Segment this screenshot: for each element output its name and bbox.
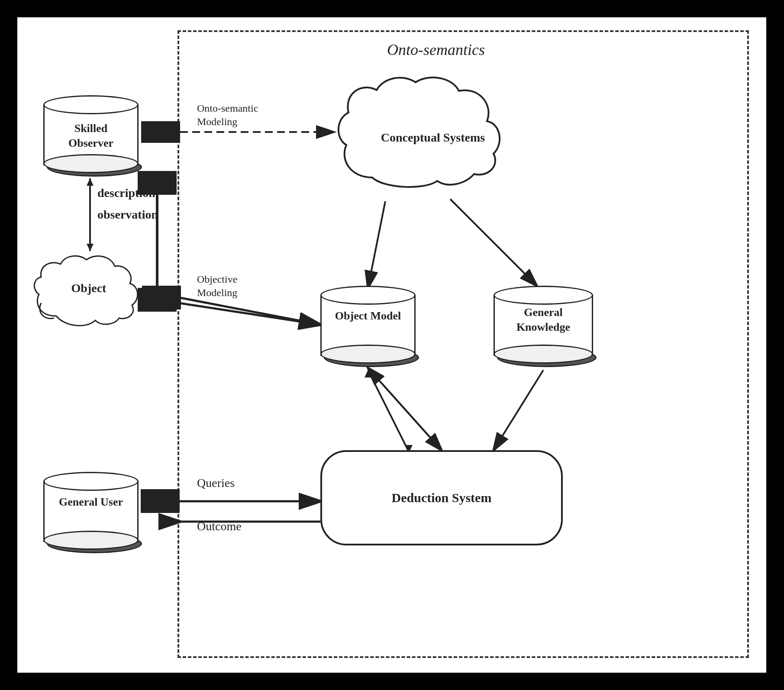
general-user-node: General User (43, 472, 139, 550)
conceptual-systems-label: Conceptual Systems (333, 130, 532, 145)
onto-semantics-label: Onto-semantics (387, 41, 485, 59)
queries-label: Queries (197, 476, 235, 490)
onto-semantic-modeling-label: Onto-semanticModeling (197, 102, 258, 129)
general-knowledge-node: GeneralKnowledge (494, 286, 593, 364)
object-node: Object (30, 251, 147, 338)
svg-rect-6 (142, 286, 181, 310)
deduction-system-label: Deduction System (392, 490, 492, 505)
main-canvas: Onto-semantics (17, 17, 766, 673)
cylinder-bottom (43, 154, 139, 173)
svg-marker-18 (87, 178, 94, 186)
object-label: Object (30, 281, 147, 295)
conceptual-systems-node: Conceptual Systems (333, 74, 532, 203)
skilled-observer-label: SkilledObserver (43, 121, 139, 151)
object-model-node: Object Model (320, 286, 416, 364)
cylinder-top (43, 95, 139, 114)
svg-rect-19 (141, 489, 180, 513)
svg-rect-4 (141, 121, 180, 143)
deduction-system-node: Deduction System (320, 450, 563, 545)
general-user-label: General User (43, 496, 139, 509)
object-model-label: Object Model (320, 310, 416, 322)
svg-marker-17 (87, 244, 94, 251)
observation-label: observation (97, 208, 158, 222)
skilled-observer-node: SkilledObserver (43, 95, 139, 173)
objective-modeling-label: ObjectiveModeling (197, 273, 237, 300)
description-label: description (97, 186, 155, 200)
outcome-label: Outcome (197, 519, 242, 533)
general-knowledge-label: GeneralKnowledge (494, 305, 593, 335)
